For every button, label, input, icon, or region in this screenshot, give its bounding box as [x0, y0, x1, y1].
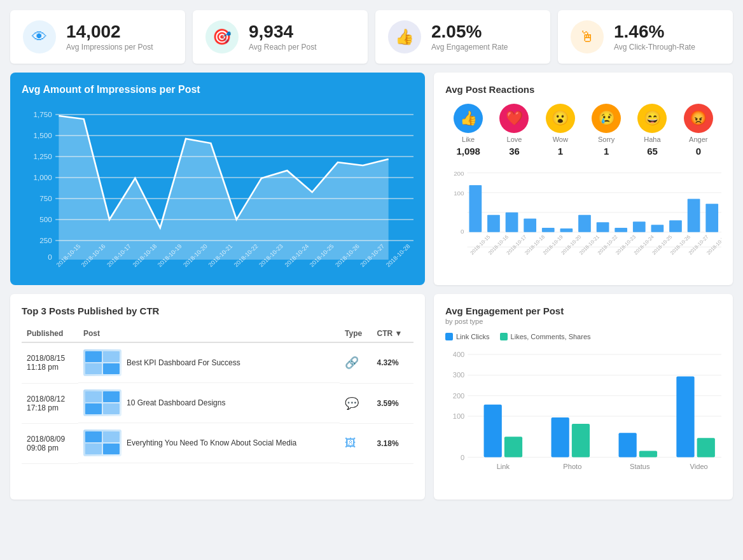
impressions-value: 14,002 — [66, 22, 153, 42]
haha-label: Haha — [644, 136, 660, 143]
impressions-chart-title: Avg Amount of Impressions per Post — [22, 84, 413, 95]
reaction-anger: 😡 Anger 0 — [684, 104, 713, 157]
table-row: 2018/08/09 09:08 pm Everyhting You Need … — [22, 423, 413, 463]
top-posts-card: Top 3 Posts Published by CTR Published P… — [10, 294, 425, 500]
reaction-haha: 😄 Haha 65 — [637, 104, 667, 157]
row3-type: 🖼 — [340, 423, 372, 463]
ctr-label: Avg Click-Through-Rate — [614, 43, 695, 52]
anger-count: 0 — [696, 146, 701, 157]
stat-reach: 🎯 9,934 Avg Reach per Post — [193, 10, 368, 64]
link-icon: 🔗 — [345, 356, 359, 369]
reaction-wow: 😮 Wow 1 — [546, 104, 575, 157]
anger-label: Anger — [689, 136, 707, 143]
engagement-label: Avg Engagement Rate — [431, 43, 508, 52]
legend-link-clicks: Link Clicks — [445, 333, 490, 340]
stat-impressions-text: 14,002 Avg Impressions per Post — [66, 22, 153, 52]
svg-rect-45 — [615, 228, 627, 232]
row2-date: 2018/08/12 17:18 pm — [22, 383, 78, 423]
top-posts-title: Top 3 Posts Published by CTR — [22, 305, 413, 316]
legend-link-label: Link Clicks — [456, 333, 490, 340]
row1-post: Best KPI Dashboard For Success — [78, 343, 340, 383]
sorry-emoji: 😢 — [592, 104, 621, 133]
svg-rect-44 — [597, 222, 609, 232]
reactions-row: 👍 Like 1,098 ❤️ Love 36 😮 Wow 1 😢 Sorry … — [445, 104, 721, 157]
reach-value: 9,934 — [249, 22, 317, 42]
impressions-chart-card: Avg Amount of Impressions per Post 1,750… — [10, 73, 425, 285]
svg-rect-82 — [697, 438, 715, 457]
engagement-card: Avg Engagement per Post by post type Lin… — [434, 294, 733, 500]
sorry-label: Sorry — [598, 136, 615, 143]
svg-rect-80 — [639, 451, 657, 457]
sort-icon: ▼ — [395, 329, 403, 338]
svg-rect-49 — [688, 199, 700, 232]
svg-rect-50 — [705, 204, 718, 232]
stat-reach-text: 9,934 Avg Reach per Post — [249, 22, 317, 52]
like-label: Like — [462, 136, 475, 143]
like-emoji: 👍 — [454, 104, 483, 133]
svg-rect-79 — [619, 433, 637, 457]
svg-rect-47 — [651, 225, 664, 232]
thumbsup-icon: 👍 — [388, 20, 421, 53]
svg-rect-77 — [552, 417, 569, 458]
svg-rect-78 — [572, 424, 590, 457]
reactions-title: Avg Post Reactions — [445, 84, 721, 95]
engagement-title: Avg Engagement per Post — [445, 305, 721, 316]
reactions-card: Avg Post Reactions 👍 Like 1,098 ❤️ Love … — [434, 73, 733, 285]
post-thumb-2 — [83, 389, 122, 416]
wow-count: 1 — [558, 146, 563, 157]
svg-rect-48 — [669, 220, 682, 232]
svg-text:Photo: Photo — [563, 463, 581, 470]
svg-rect-42 — [560, 228, 573, 232]
svg-rect-76 — [504, 437, 522, 457]
love-label: Love — [507, 136, 522, 143]
svg-rect-81 — [676, 376, 694, 457]
engagement-bar-chart: 400 300 200 100 0 — [445, 348, 721, 488]
svg-text:Video: Video — [690, 463, 708, 470]
cursor-icon: 🖱 — [571, 20, 604, 53]
anger-emoji: 😡 — [684, 104, 713, 133]
svg-rect-46 — [633, 221, 646, 232]
row1-date: 2018/08/15 11:18 pm — [22, 342, 78, 383]
row3-ctr: 3.18% — [372, 423, 413, 463]
svg-text:0: 0 — [461, 454, 464, 461]
legend-likes-label: Likes, Comments, Shares — [511, 333, 591, 340]
post-thumb-1 — [83, 349, 122, 376]
svg-text:1,750: 1,750 — [34, 111, 52, 118]
svg-text:500: 500 — [39, 216, 52, 223]
ctr-value: 1.46% — [614, 22, 695, 42]
wow-label: Wow — [553, 136, 568, 143]
stat-ctr: 🖱 1.46% Avg Click-Through-Rate — [558, 10, 733, 64]
reaction-love: ❤️ Love 36 — [499, 104, 529, 157]
legend-likes-dot — [500, 333, 508, 340]
eye-icon: 👁 — [23, 20, 56, 53]
reaction-sorry: 😢 Sorry 1 — [592, 104, 621, 157]
svg-text:200: 200 — [453, 392, 465, 400]
reaction-like: 👍 Like 1,098 — [454, 104, 483, 157]
engagement-value: 2.05% — [431, 22, 508, 42]
svg-rect-37 — [469, 185, 482, 232]
svg-rect-38 — [487, 215, 500, 232]
top-stats-row: 👁 14,002 Avg Impressions per Post 🎯 9,93… — [10, 10, 733, 64]
legend-link-dot — [445, 333, 453, 340]
svg-rect-41 — [542, 228, 555, 232]
image-icon: 🖼 — [345, 437, 356, 449]
stat-engagement: 👍 2.05% Avg Engagement Rate — [375, 10, 550, 64]
main-grid: Avg Amount of Impressions per Post 1,750… — [10, 73, 733, 285]
reach-label: Avg Reach per Post — [249, 43, 317, 52]
svg-text:1,250: 1,250 — [34, 153, 52, 160]
like-count: 1,098 — [456, 146, 480, 157]
svg-text:200: 200 — [454, 170, 464, 177]
svg-rect-39 — [506, 213, 518, 232]
svg-text:100: 100 — [454, 190, 464, 197]
svg-text:Link: Link — [497, 463, 510, 470]
legend-likes-shares: Likes, Comments, Shares — [500, 333, 591, 340]
stat-impressions: 👁 14,002 Avg Impressions per Post — [10, 10, 185, 64]
table-row: 2018/08/12 17:18 pm 10 Great Dashboard D… — [22, 383, 413, 423]
row3-date: 2018/08/09 09:08 pm — [22, 423, 78, 463]
svg-text:300: 300 — [453, 371, 465, 379]
row1-type: 🔗 — [340, 342, 372, 383]
col-type: Type — [340, 325, 372, 342]
row2-post: 10 Great Dashboard Designs — [78, 383, 340, 423]
svg-text:250: 250 — [39, 237, 52, 244]
impressions-area-chart: 1,750 1,500 1,250 1,000 750 500 250 0 20… — [22, 102, 413, 274]
